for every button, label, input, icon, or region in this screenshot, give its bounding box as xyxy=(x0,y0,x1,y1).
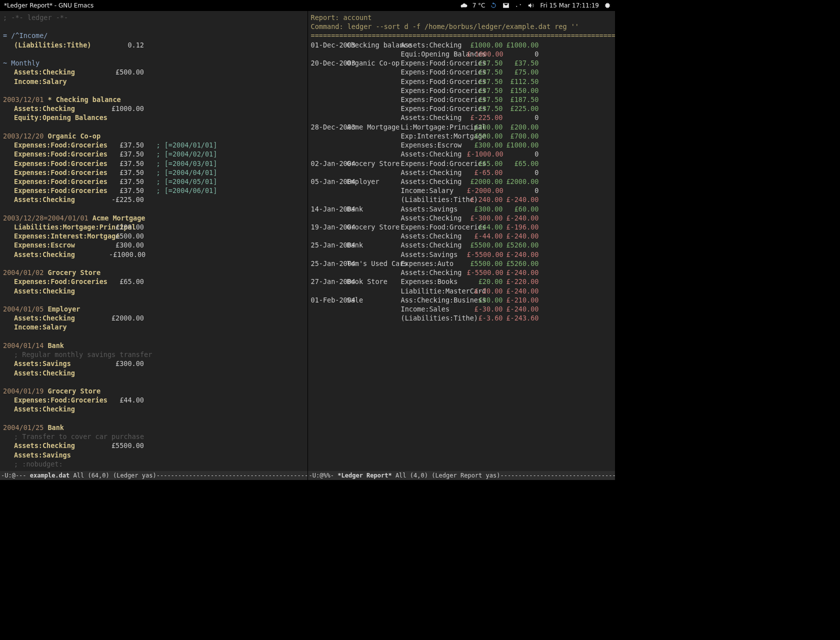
left-buffer[interactable]: ; -*- ledger -*- = /^Income/ (Liabilitie… xyxy=(0,11,308,480)
ledger-source[interactable]: ; -*- ledger -*- = /^Income/ (Liabilitie… xyxy=(0,11,308,471)
settings-icon[interactable] xyxy=(604,2,611,9)
modeline-pos: All (4,0) xyxy=(392,472,428,479)
window-title: *Ledger Report* - GNU Emacs xyxy=(4,0,94,11)
clock-text: Fri 15 Mar 17:11:19 xyxy=(540,0,599,11)
system-tray: 7 °C Fri 15 Mar 17:11:19 xyxy=(460,0,611,11)
modeline-fill: ----------------------------------------… xyxy=(500,472,615,479)
ledger-report[interactable]: Report: account Command: ledger --sort d… xyxy=(308,11,616,471)
modeline-fill: ----------------------------------------… xyxy=(156,472,308,479)
volume-icon[interactable] xyxy=(527,2,535,9)
modeline-flags: -U:@%%- xyxy=(309,472,338,479)
modeline-flags: -U:@--- xyxy=(1,472,30,479)
mail-icon[interactable] xyxy=(502,2,510,9)
buffer-name: example.dat xyxy=(30,472,70,479)
modeline-modes: (Ledger yas) xyxy=(113,472,156,479)
top-panel: *Ledger Report* - GNU Emacs 7 °C Fri 15 … xyxy=(0,0,615,11)
right-modeline: -U:@%%- *Ledger Report* All (4,0) (Ledge… xyxy=(308,471,616,480)
network-icon[interactable] xyxy=(515,2,522,9)
left-modeline: -U:@--- example.dat All (64,0) (Ledger y… xyxy=(0,471,308,480)
modeline-pos: All (64,0) xyxy=(70,472,109,479)
weather-icon xyxy=(460,2,468,9)
refresh-icon[interactable] xyxy=(490,2,497,9)
weather-text: 7 °C xyxy=(472,0,486,11)
buffer-name: *Ledger Report* xyxy=(338,472,392,479)
modeline-modes: (Ledger Report yas) xyxy=(432,472,500,479)
right-buffer[interactable]: Report: account Command: ledger --sort d… xyxy=(308,11,616,480)
